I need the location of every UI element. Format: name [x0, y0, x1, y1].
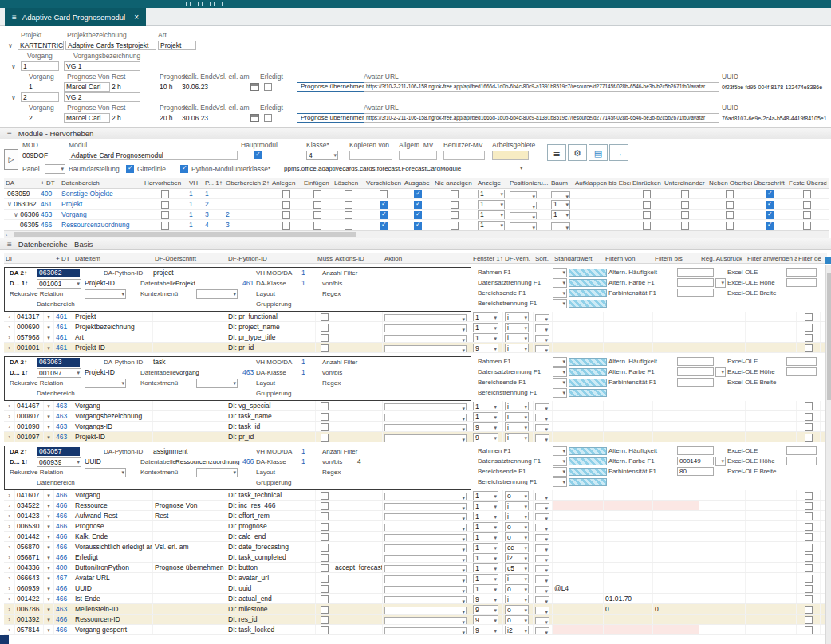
- project-row[interactable]: ∨ KARTENTRICKS Adaptive Cards Testprojek…: [0, 41, 831, 51]
- column-header-verschieben[interactable]: Verschieben: [364, 178, 403, 188]
- column-header-fdeak[interactable]: Filter deak...: [797, 253, 821, 263]
- kopieren-von-input[interactable]: [349, 151, 392, 160]
- sort-dropdown[interactable]: ▾: [535, 403, 549, 410]
- chevron-down-icon[interactable]: ▾: [47, 575, 50, 581]
- filter-anwenden-auf[interactable]: [746, 343, 797, 352]
- column-header-reg[interactable]: Reg. Ausdruck: [699, 253, 746, 263]
- dateitem-row[interactable]: › 001442 ▾ 466 Kalk. Ende DI: calc_end ▾…: [4, 532, 827, 542]
- untereinander-checkbox[interactable]: [681, 222, 689, 230]
- baum-dropdown[interactable]: ▾: [551, 222, 570, 230]
- expand-icon[interactable]: ›: [8, 616, 10, 623]
- df-verh-dropdown[interactable]: o▾: [505, 522, 529, 531]
- anlegen-checkbox[interactable]: [282, 190, 290, 198]
- untereinander-checkbox[interactable]: [681, 190, 689, 198]
- positionierung-dropdown[interactable]: ▾: [510, 202, 537, 210]
- muss-checkbox[interactable]: [321, 585, 329, 593]
- column-header-name[interactable]: Datenbereich: [60, 178, 143, 188]
- reg-ausdruck[interactable]: [699, 432, 746, 442]
- filter-anwenden-auf[interactable]: [746, 332, 797, 342]
- standardwert[interactable]: [553, 615, 604, 624]
- filtern-bis[interactable]: [653, 521, 699, 531]
- column-header-dt[interactable]: + DT: [54, 253, 73, 263]
- reg-ausdruck[interactable]: [699, 573, 746, 583]
- aktion-dropdown[interactable]: ▾: [384, 524, 467, 531]
- column-header-aktid[interactable]: Aktions-ID: [333, 253, 383, 263]
- column-header-fanw[interactable]: Filter anwenden auf: [746, 253, 797, 263]
- filter-anwenden-auf[interactable]: [746, 583, 797, 593]
- column-header-fest[interactable]: Feste Überschrift: [787, 178, 827, 188]
- dateitem-row[interactable]: › 041317 ▾ 461 Projekt DI: pr_functional…: [4, 312, 827, 322]
- excel-ole-hoehe-input[interactable]: [786, 278, 817, 287]
- column-header-ausgabe[interactable]: Ausgabe: [403, 178, 433, 188]
- loeschen-checkbox[interactable]: [345, 211, 352, 219]
- sort-dropdown[interactable]: ▾: [535, 493, 549, 500]
- klasse-dropdown[interactable]: 4▾: [306, 151, 338, 160]
- muss-checkbox[interactable]: [321, 502, 329, 510]
- chevron-down-icon[interactable]: ▾: [47, 414, 50, 419]
- fenster-dropdown[interactable]: 1▾: [473, 553, 498, 562]
- aktion-dropdown[interactable]: ▾: [384, 575, 467, 583]
- altern-farbe-dropdown[interactable]: ▾: [715, 278, 726, 288]
- column-header-neben[interactable]: Neben Oberbereich: [707, 178, 752, 188]
- dateitem-row[interactable]: › 001423 ▾ 466 Aufwand-Rest Rest DI: eff…: [4, 511, 827, 521]
- filtern-von[interactable]: 01.01.70: [604, 594, 653, 603]
- altern-haeufigkeit-input[interactable]: [677, 446, 714, 455]
- vorgang-input[interactable]: 2: [21, 92, 59, 102]
- sort-dropdown[interactable]: ▾: [535, 524, 549, 531]
- muss-checkbox[interactable]: [321, 575, 329, 583]
- anzeige-dropdown[interactable]: 1▾: [478, 210, 505, 220]
- dateitem-row[interactable]: › 004336 ▾ 400 Button/IronPython Prognos…: [4, 563, 827, 573]
- standardwert[interactable]: [553, 332, 604, 342]
- expand-icon[interactable]: ›: [8, 626, 10, 634]
- fenster-dropdown[interactable]: 9▾: [473, 605, 498, 614]
- aktion-dropdown[interactable]: ▾: [384, 503, 467, 510]
- column-header-unter[interactable]: Untereinander: [663, 178, 707, 188]
- reg-ausdruck[interactable]: [699, 583, 746, 593]
- expand-icon[interactable]: ›: [8, 334, 10, 341]
- column-header-dt[interactable]: + DT: [39, 178, 60, 188]
- filtern-bis[interactable]: [653, 511, 699, 520]
- df-verh-dropdown[interactable]: i▾: [505, 344, 529, 352]
- aktion-dropdown[interactable]: ▾: [384, 534, 467, 541]
- df-verh-dropdown[interactable]: o▾: [505, 491, 529, 500]
- filter-anwenden-auf[interactable]: [746, 532, 797, 541]
- filtern-bis[interactable]: [653, 532, 699, 541]
- fenster-dropdown[interactable]: 1▾: [473, 402, 498, 410]
- column-header-verh[interactable]: DF-Verh.: [503, 253, 534, 263]
- sort-dropdown[interactable]: ▾: [535, 434, 549, 442]
- muss-checkbox[interactable]: [321, 334, 329, 342]
- color-swatch[interactable]: [569, 300, 607, 308]
- column-header-py[interactable]: DF-Python-ID: [226, 253, 316, 263]
- loeschen-checkbox[interactable]: [345, 190, 352, 198]
- color-swatch[interactable]: [569, 447, 607, 455]
- trennung-dropdown[interactable]: ▾: [553, 388, 567, 398]
- fenster-dropdown[interactable]: 1▾: [473, 512, 498, 520]
- trennung-dropdown[interactable]: ▾: [553, 278, 567, 288]
- column-header-fbis[interactable]: Filtern bis: [653, 253, 699, 263]
- altern-haeufigkeit-input[interactable]: [677, 268, 714, 277]
- muss-checkbox[interactable]: [321, 313, 329, 321]
- positionierung-dropdown[interactable]: ▾: [510, 222, 537, 230]
- filtern-bis[interactable]: [653, 563, 699, 572]
- filter-deaktiviert-checkbox[interactable]: [805, 423, 813, 431]
- filtern-von[interactable]: 0: [604, 604, 653, 614]
- filtern-bis[interactable]: [653, 322, 699, 332]
- expand-icon[interactable]: ›: [8, 585, 10, 592]
- df-verh-dropdown[interactable]: o▾: [505, 584, 529, 593]
- dateitem-row[interactable]: › 057814 ▾ 466 Vorgang gesperrt DI: task…: [4, 625, 827, 635]
- fenster-dropdown[interactable]: 1▾: [473, 532, 498, 541]
- standardwert[interactable]: [553, 563, 604, 572]
- aktion-dropdown[interactable]: ▾: [384, 555, 467, 562]
- reg-ausdruck[interactable]: [699, 401, 746, 410]
- nie-anzeigen-checkbox[interactable]: [451, 190, 459, 198]
- avatar-url-input[interactable]: https://3f10-2-211-106-158.ngrok-free.ap…: [364, 113, 719, 123]
- fenster-dropdown[interactable]: 1▾: [473, 564, 498, 572]
- filter-anwenden-auf[interactable]: [746, 521, 797, 531]
- column-header-aufk[interactable]: Aufklappen bis Ebene: [573, 178, 631, 188]
- trennung-dropdown[interactable]: ▾: [553, 446, 567, 456]
- filtern-bis[interactable]: 0: [653, 604, 699, 614]
- einfuegen-checkbox[interactable]: [313, 190, 321, 198]
- feste-ueberschrift-checkbox[interactable]: [803, 211, 811, 219]
- filter-deaktiviert-checkbox[interactable]: [805, 402, 813, 410]
- excel-ole-input[interactable]: [786, 446, 817, 455]
